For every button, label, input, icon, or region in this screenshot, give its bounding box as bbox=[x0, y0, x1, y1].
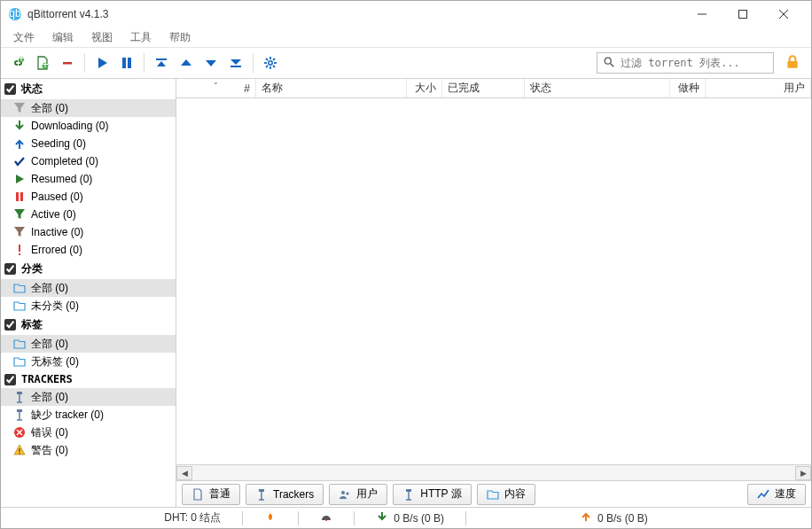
add-file-button[interactable]: + bbox=[31, 51, 54, 74]
tab-http-sources[interactable]: HTTP 源 bbox=[393, 484, 471, 505]
maximize-button[interactable] bbox=[722, 1, 763, 27]
svg-rect-29 bbox=[19, 245, 20, 252]
minimize-button[interactable] bbox=[682, 1, 722, 27]
svg-text:+: + bbox=[42, 58, 48, 71]
menu-tools[interactable]: 工具 bbox=[123, 28, 159, 47]
category-uncategorized[interactable]: 未分类 (0) bbox=[1, 297, 176, 315]
move-up-button[interactable] bbox=[175, 51, 198, 74]
svg-rect-34 bbox=[17, 409, 22, 412]
svg-line-21 bbox=[273, 66, 275, 67]
tracker-all[interactable]: 全部 (0) bbox=[1, 388, 176, 406]
torrent-list-header[interactable]: ⌄ # 名称 大小 已完成 状态 做种 用户 bbox=[176, 79, 811, 98]
sort-indicator-icon: ⌄ bbox=[213, 78, 219, 86]
column-done[interactable]: 已完成 bbox=[442, 79, 525, 97]
category-toggle-checkbox[interactable] bbox=[4, 263, 16, 275]
trackers-toggle-checkbox[interactable] bbox=[4, 374, 16, 385]
column-status[interactable]: 状态 bbox=[525, 79, 670, 97]
resume-button[interactable] bbox=[90, 51, 113, 74]
filter-input[interactable] bbox=[621, 57, 768, 69]
folder-icon bbox=[13, 338, 26, 350]
filter-errored[interactable]: Errored (0) bbox=[1, 241, 176, 259]
column-num[interactable]: ⌄ # bbox=[176, 79, 256, 97]
tracker-warning[interactable]: 警告 (0) bbox=[1, 441, 176, 459]
funnel-inactive-icon bbox=[13, 226, 26, 238]
status-speed-limit[interactable] bbox=[320, 510, 332, 525]
filter-paused[interactable]: Paused (0) bbox=[1, 188, 176, 206]
tracker-error[interactable]: 错误 (0) bbox=[1, 424, 176, 441]
menu-view[interactable]: 视图 bbox=[84, 28, 120, 47]
tab-content[interactable]: 内容 bbox=[477, 484, 535, 505]
tags-toggle-checkbox[interactable] bbox=[4, 319, 16, 331]
add-link-button[interactable]: + bbox=[6, 51, 29, 74]
filter-all[interactable]: 全部 (0) bbox=[1, 99, 176, 117]
status-toggle-checkbox[interactable] bbox=[4, 83, 16, 95]
svg-rect-30 bbox=[19, 253, 20, 255]
category-all[interactable]: 全部 (0) bbox=[1, 279, 176, 297]
status-dht: DHT: 0 结点 bbox=[164, 510, 221, 525]
tracker-trackerless[interactable]: 缺少 tracker (0) bbox=[1, 406, 176, 424]
svg-text:qb: qb bbox=[9, 7, 21, 19]
search-icon bbox=[603, 56, 615, 71]
detail-tabs: 普通 Trackers 用户 HTTP 源 内容 速度 bbox=[176, 480, 811, 507]
scroll-right-arrow[interactable]: ▶ bbox=[795, 466, 811, 480]
column-size[interactable]: 大小 bbox=[407, 79, 442, 97]
sidebar-header-status[interactable]: 状态 bbox=[1, 79, 176, 99]
svg-rect-26 bbox=[787, 60, 797, 67]
move-top-button[interactable] bbox=[150, 51, 173, 74]
window-title: qBittorrent v4.1.3 bbox=[27, 8, 108, 20]
chart-icon bbox=[757, 488, 769, 501]
scroll-left-arrow[interactable]: ◀ bbox=[176, 466, 192, 480]
svg-rect-27 bbox=[16, 192, 19, 201]
filter-downloading[interactable]: Downloading (0) bbox=[1, 117, 176, 135]
svg-rect-41 bbox=[19, 453, 20, 454]
filter-searchbox[interactable] bbox=[597, 52, 774, 74]
svg-line-23 bbox=[266, 66, 268, 67]
tracker-icon bbox=[13, 408, 26, 421]
upload-arrow-icon bbox=[580, 510, 592, 525]
tab-speed[interactable]: 速度 bbox=[747, 484, 806, 505]
filter-resumed[interactable]: Resumed (0) bbox=[1, 170, 176, 188]
svg-line-22 bbox=[273, 58, 275, 60]
column-name[interactable]: 名称 bbox=[256, 79, 407, 97]
lock-icon[interactable] bbox=[785, 54, 800, 73]
sidebar-header-trackers[interactable]: TRACKERS bbox=[1, 370, 176, 388]
status-download-speed[interactable]: 0 B/s (0 B) bbox=[376, 510, 444, 525]
menu-help[interactable]: 帮助 bbox=[162, 28, 198, 47]
category-header-label: 分类 bbox=[21, 261, 43, 276]
column-seeds[interactable]: 做种 bbox=[670, 79, 706, 97]
sidebar-header-category[interactable]: 分类 bbox=[1, 259, 176, 279]
horizontal-scrollbar[interactable]: ◀ ▶ bbox=[176, 464, 811, 480]
move-bottom-button[interactable] bbox=[224, 51, 247, 74]
remove-button[interactable] bbox=[56, 51, 79, 74]
close-button[interactable] bbox=[763, 1, 804, 27]
tab-trackers[interactable]: Trackers bbox=[246, 484, 324, 505]
filter-completed[interactable]: Completed (0) bbox=[1, 152, 176, 170]
flame-icon bbox=[264, 510, 277, 525]
settings-button[interactable] bbox=[259, 51, 282, 74]
sidebar-header-tags[interactable]: 标签 bbox=[1, 315, 176, 335]
menu-bar: 文件 编辑 视图 工具 帮助 bbox=[1, 27, 811, 47]
play-icon bbox=[13, 173, 26, 185]
filter-seeding[interactable]: Seeding (0) bbox=[1, 135, 176, 152]
tab-general[interactable]: 普通 bbox=[182, 484, 240, 505]
funnel-active-icon bbox=[13, 208, 26, 221]
column-peers[interactable]: 用户 bbox=[706, 79, 811, 97]
folder-icon bbox=[13, 282, 26, 294]
filter-inactive[interactable]: Inactive (0) bbox=[1, 223, 176, 241]
tag-untagged[interactable]: 无标签 (0) bbox=[1, 353, 176, 370]
menu-edit[interactable]: 编辑 bbox=[45, 28, 81, 47]
scroll-track[interactable] bbox=[192, 466, 795, 480]
torrent-list-body bbox=[176, 98, 811, 464]
folder-icon bbox=[13, 355, 26, 368]
svg-rect-12 bbox=[128, 58, 131, 68]
move-down-button[interactable] bbox=[199, 51, 223, 74]
checkmark-icon bbox=[13, 155, 26, 167]
tab-peers[interactable]: 用户 bbox=[329, 484, 387, 505]
status-upload-speed[interactable]: 0 B/s (0 B) bbox=[580, 510, 648, 525]
pause-button[interactable] bbox=[115, 51, 138, 74]
tag-all[interactable]: 全部 (0) bbox=[1, 335, 176, 353]
sidebar: 状态 全部 (0) Downloading (0) Seeding (0) Co… bbox=[1, 79, 176, 507]
menu-file[interactable]: 文件 bbox=[6, 28, 42, 47]
svg-rect-47 bbox=[406, 489, 411, 492]
filter-active[interactable]: Active (0) bbox=[1, 206, 176, 223]
